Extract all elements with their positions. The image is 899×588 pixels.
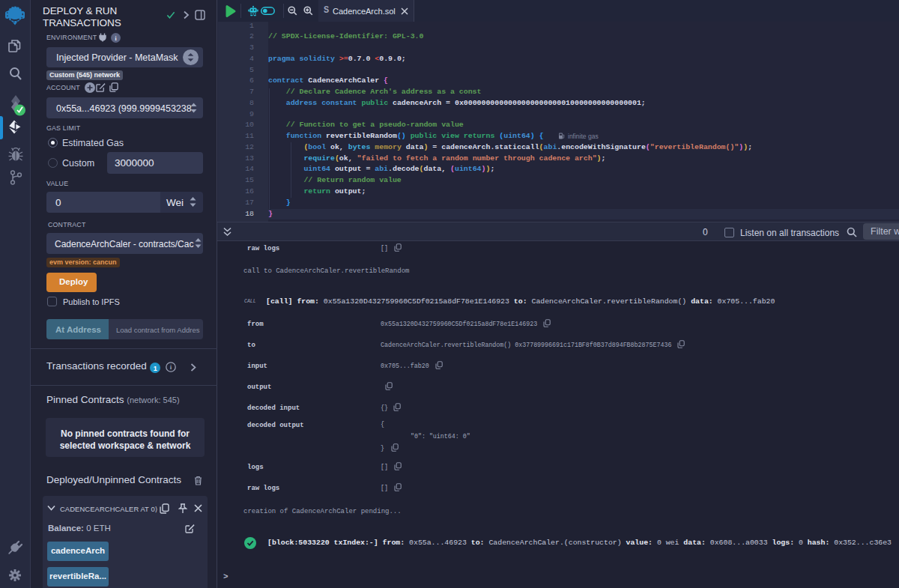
svg-text:i: i <box>170 363 172 371</box>
